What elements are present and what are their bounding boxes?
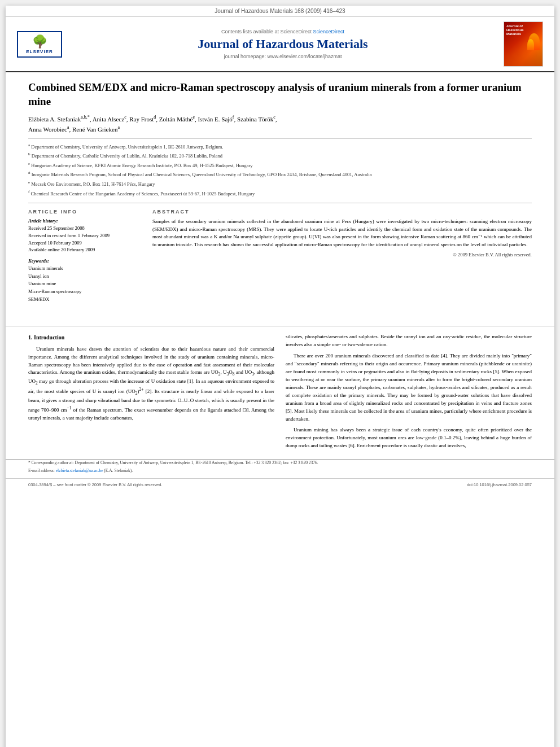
journal-title: Journal of Hazardous Materials (68, 37, 498, 51)
intro-para-3: There are over 200 uranium minerals disc… (286, 352, 532, 423)
intro-para-4: Uranium mining has always been a strateg… (286, 426, 532, 450)
keywords-section: Keywords: Uranium minerals Uranyl ion Ur… (28, 258, 141, 303)
top-bar: Journal of Hazardous Materials 168 (2009… (6, 6, 554, 17)
article-content: Combined SEM/EDX and micro-Raman spectro… (6, 72, 554, 319)
keyword-5: SEM/EDX (28, 296, 141, 304)
journal-citation: Journal of Hazardous Materials 168 (2009… (215, 8, 345, 14)
abstract-text: Samples of the secondary uranium mineral… (152, 218, 532, 248)
affiliation-a: a Department of Chemistry, University of… (28, 142, 532, 151)
footnote-email: E-mail address: elzbieta.stefaniak@ua.ac… (28, 468, 532, 474)
body-col-right: silicates, phosphates/arsenates and sulp… (286, 333, 532, 453)
article-title: Combined SEM/EDX and micro-Raman spectro… (28, 81, 532, 108)
affiliation-f: f Chemical Research Centre of the Hungar… (28, 189, 532, 198)
keywords-label: Keywords: (28, 258, 141, 264)
keyword-4: Micro-Raman spectroscopy (28, 288, 141, 296)
history-label: Article history: (28, 218, 141, 224)
keyword-2: Uranyl ion (28, 273, 141, 281)
elsevier-label: ELSEVIER (21, 49, 58, 54)
journal-center: Contents lists available at ScienceDirec… (68, 29, 498, 59)
affiliations: a Department of Chemistry, University of… (28, 138, 532, 197)
affiliation-e: e Mecsek Ore Environment, P.O. Box 121, … (28, 180, 532, 188)
intro-para-1: Uranium minerals have drawn the attentio… (28, 346, 274, 422)
affiliation-c: c Hungarian Academy of Science, KFKI Ato… (28, 161, 532, 169)
journal-homepage: journal homepage: www.elsevier.com/locat… (68, 54, 498, 59)
journal-cover-image: Journal ofHazardousMaterials (504, 21, 543, 67)
intro-para-2: silicates, phosphates/arsenates and sulp… (286, 333, 532, 349)
sciencedirect-link: Contents lists available at ScienceDirec… (68, 29, 498, 34)
received-date: Received 25 September 2008 Received in r… (28, 225, 141, 254)
article-info-label: ARTICLE INFO (28, 209, 141, 215)
section-divider (6, 326, 554, 326)
sciencedirect-url[interactable]: ScienceDirect (313, 29, 345, 34)
affiliation-d: d Inorganic Materials Research Program, … (28, 170, 532, 178)
elsevier-logo: 🌳 ELSEVIER (17, 31, 62, 58)
keyword-1: Uranium minerals (28, 265, 141, 273)
abstract-section: ABSTRACT Samples of the secondary uraniu… (152, 209, 532, 308)
article-info-left: ARTICLE INFO Article history: Received 2… (28, 209, 141, 308)
doi-line: doi:10.1016/j.jhazmat.2009.02.057 (467, 482, 532, 487)
body-col-left: 1. Introduction Uranium minerals have dr… (28, 333, 274, 453)
footnotes: * Corresponding author at: Department of… (6, 459, 554, 474)
affiliation-b: b Department of Chemistry, Catholic Univ… (28, 151, 532, 160)
authors-line: Elżbieta A. Stefaniaka,b,*, Anita Alsecz… (28, 114, 532, 133)
section1-heading: 1. Introduction (28, 333, 274, 342)
abstract-label: ABSTRACT (152, 209, 532, 215)
copyright-line: © 2009 Elsevier B.V. All rights reserved… (152, 252, 532, 257)
article-page: Journal of Hazardous Materials 168 (2009… (6, 6, 554, 747)
elsevier-tree-icon: 🌳 (21, 34, 58, 49)
bottom-bar: 0304-3894/$ – see front matter © 2009 El… (6, 478, 554, 487)
keyword-3: Uranium mine (28, 280, 141, 288)
body-columns: 1. Introduction Uranium minerals have dr… (6, 333, 554, 453)
article-history: Article history: Received 25 September 2… (28, 218, 141, 254)
footnote-corresponding: * Corresponding author at: Department of… (28, 460, 532, 466)
article-info-section: ARTICLE INFO Article history: Received 2… (28, 203, 532, 308)
issn-line: 0304-3894/$ – see front matter © 2009 El… (28, 482, 162, 487)
keywords-list: Uranium minerals Uranyl ion Uranium mine… (28, 265, 141, 303)
journal-header: 🌳 ELSEVIER Contents lists available at S… (6, 17, 554, 72)
